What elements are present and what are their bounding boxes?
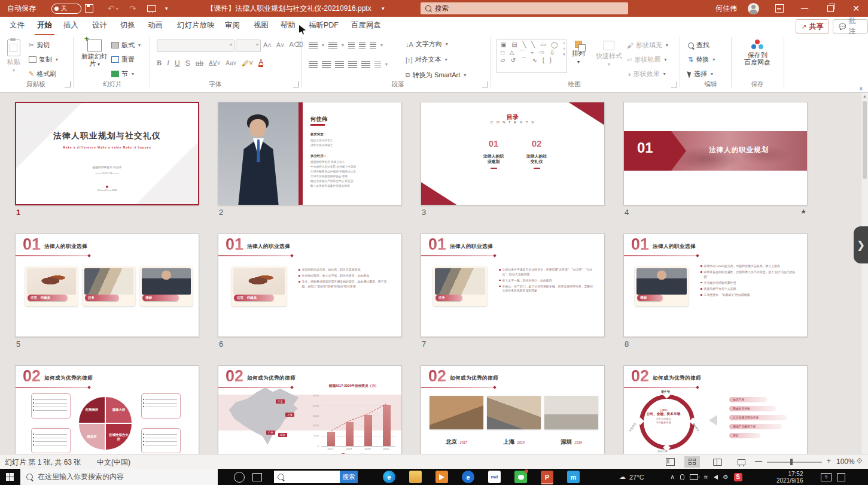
smartart-button[interactable]: ⧉转换为 SmartArt: [406, 71, 466, 80]
slide-thumbnail-4[interactable]: 01 法律人的职业规划: [623, 102, 808, 205]
tab-file[interactable]: 文件: [7, 17, 27, 34]
clock[interactable]: 17:52 2021/9/16: [776, 469, 803, 485]
increase-indent-button[interactable]: [359, 42, 366, 48]
microphone-icon[interactable]: [680, 474, 684, 480]
shapes-scroll-arrows[interactable]: ˄˅▾: [563, 41, 565, 57]
wechat-icon[interactable]: [514, 471, 527, 483]
slideshow-button[interactable]: [733, 456, 749, 468]
share-button[interactable]: ↗共享: [796, 19, 829, 34]
reading-view-button[interactable]: [709, 456, 725, 468]
slide-thumbnail-9[interactable]: 02 如何成为优秀的律师 红圈律所 规模大所 精品所 区域性综合大所: [15, 365, 199, 454]
paragraph-dialog-launcher[interactable]: [482, 81, 488, 87]
shrink-font-icon[interactable]: A˅: [276, 41, 285, 48]
zoom-slider-thumb[interactable]: [790, 459, 793, 465]
action-center-icon[interactable]: [837, 473, 845, 481]
scroll-up-icon[interactable]: ▲: [863, 94, 867, 98]
slide-thumbnail-10[interactable]: 02 如何成为优秀的律师 北京 上海 广州 深圳 植德2017-2020年创收情…: [218, 365, 402, 454]
slide-thumbnail-8[interactable]: 01 法律人的职业选择 律师 律师(Key Level)起点高，出路和发展天花板…: [623, 234, 808, 337]
tab-baidu-netdisk[interactable]: 百度网盘: [349, 17, 383, 34]
slide-thumbnail-3[interactable]: 目录 C O N T E N T S 01 法律人的职 业规划 02 法律人的社…: [421, 102, 605, 205]
justify-button[interactable]: [348, 61, 357, 68]
paste-button[interactable]: 粘贴▾: [7, 40, 20, 73]
shape-outline-button[interactable]: ▱形状轮廓: [627, 55, 666, 64]
mockingbot-app-icon[interactable]: md: [488, 471, 501, 483]
tab-foxit-pdf[interactable]: 福昕PDF: [306, 17, 341, 34]
shape-effects-button[interactable]: ◑形状效果: [627, 69, 666, 78]
slide-thumbnail-2[interactable]: 何佳伟 教育背景： 烟台大学法学学士清华大学法律硕士 执业经历： 植德律师事务所…: [218, 102, 402, 205]
ribbon-display-options-button[interactable]: [770, 0, 788, 17]
undo-button[interactable]: ↶▾: [108, 0, 118, 17]
user-avatar[interactable]: [748, 0, 759, 17]
thunder-app-icon[interactable]: [435, 471, 448, 483]
shape-fill-button[interactable]: 🖌形状填充: [627, 41, 668, 50]
battery-icon[interactable]: [690, 474, 698, 480]
tab-slideshow[interactable]: 幻灯片放映: [175, 17, 217, 34]
font-color-button[interactable]: A: [258, 59, 263, 67]
secondary-search-box[interactable]: 搜索: [274, 471, 358, 483]
line-spacing-button[interactable]: [370, 42, 376, 48]
shapes-gallery[interactable]: ˄˅▾: [497, 40, 567, 73]
weather-widget[interactable]: ☁ 27°C: [619, 469, 644, 485]
zoom-out-button[interactable]: —: [755, 457, 762, 465]
quick-styles-button[interactable]: 快速样式▾: [596, 41, 622, 67]
tab-view[interactable]: 视图: [251, 17, 271, 34]
find-button[interactable]: 查找: [688, 41, 709, 50]
ribbon-search-box[interactable]: 搜索: [421, 2, 628, 14]
save-button[interactable]: [85, 0, 93, 17]
minimize-button[interactable]: —: [796, 0, 814, 17]
cortana-button[interactable]: [234, 472, 245, 483]
shadow-button[interactable]: S: [185, 59, 190, 68]
arrange-button[interactable]: 排列▾: [572, 41, 585, 65]
slide-thumbnail-12[interactable]: 02 如何成为优秀的律师 资金链 以IPO 公司、金融、资本市场 为中心的综合 …: [623, 365, 808, 454]
fit-to-window-icon[interactable]: ⟐: [857, 457, 862, 465]
align-center-button[interactable]: [322, 61, 331, 68]
zoom-in-button[interactable]: +: [827, 457, 831, 465]
align-right-button[interactable]: [335, 61, 344, 68]
tab-animations[interactable]: 动画: [145, 17, 165, 34]
change-case-button[interactable]: Aa˅: [226, 60, 236, 66]
numbering-button[interactable]: [328, 42, 337, 48]
powerpoint-app-icon[interactable]: P: [541, 471, 553, 484]
decrease-indent-button[interactable]: [348, 42, 355, 48]
tab-insert[interactable]: 插入: [61, 17, 81, 34]
slide-sorter-view-button[interactable]: [684, 456, 700, 468]
font-size-select[interactable]: [236, 40, 261, 52]
slide-thumbnail-1[interactable]: 法律人职业规划与社交礼仪 Make a difference Make a va…: [15, 102, 199, 205]
select-button[interactable]: 选择: [688, 69, 713, 78]
zoom-slider-track[interactable]: [767, 462, 822, 463]
font-name-select[interactable]: [157, 40, 234, 52]
slide-thumbnail-5[interactable]: 01 法律人的职业选择 法官、仲裁员 法务 律师: [15, 234, 199, 337]
ie-browser-icon[interactable]: e: [462, 471, 474, 483]
quick-access-dropdown[interactable]: ▾: [165, 0, 168, 17]
zoom-level[interactable]: 100%: [836, 457, 855, 466]
start-presentation-button[interactable]: [147, 0, 156, 17]
tab-design[interactable]: 设计: [90, 17, 109, 34]
search-go-button[interactable]: 搜索: [340, 471, 358, 483]
title-dropdown[interactable]: ▾: [382, 0, 385, 17]
slide-thumbnail-7[interactable]: 01 法律人的职业选择 法务 公司法务并不满足只会法律专业，更要积累"大环境"、…: [421, 234, 605, 337]
format-painter-button[interactable]: ✎格式刷: [29, 69, 56, 78]
italic-button[interactable]: I: [167, 59, 169, 68]
bold-button[interactable]: B: [157, 59, 162, 68]
highlight-button[interactable]: 🖉˅: [242, 59, 253, 68]
save-to-baidu-button[interactable]: 保存到百度网盘: [739, 40, 775, 66]
start-button[interactable]: [6, 473, 14, 481]
copy-button[interactable]: 复制: [29, 55, 58, 64]
section-button[interactable]: 节: [111, 69, 134, 78]
lanhu-app-icon[interactable]: m: [567, 471, 580, 483]
align-left-button[interactable]: [309, 61, 318, 68]
network-icon[interactable]: ≋: [703, 474, 708, 480]
shapes-row-1[interactable]: [501, 41, 563, 48]
grow-font-icon[interactable]: A˄: [263, 41, 272, 48]
char-spacing-button[interactable]: A̲V̲˅: [209, 60, 220, 66]
distribute-button[interactable]: [361, 61, 370, 68]
edge-browser-icon[interactable]: e: [383, 471, 395, 483]
tab-home[interactable]: 开始: [35, 17, 54, 36]
tab-review[interactable]: 审阅: [223, 17, 242, 34]
redo-button[interactable]: ↷: [129, 0, 136, 17]
restore-button[interactable]: [821, 0, 839, 17]
shapes-row-3[interactable]: [501, 56, 563, 64]
underline-button[interactable]: U: [175, 59, 180, 68]
autosave-toggle[interactable]: 关: [51, 0, 81, 17]
shapes-row-2[interactable]: [501, 48, 563, 56]
